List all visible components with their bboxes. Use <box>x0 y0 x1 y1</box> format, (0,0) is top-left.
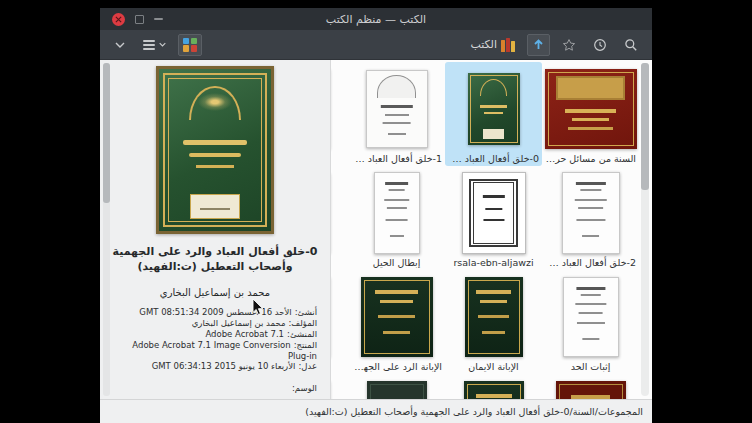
book-thumb-area <box>465 276 523 358</box>
preview-metadata: أنشئ:الأحد 16 أغسطس 2009 08:51:34 GMT ال… <box>113 307 317 394</box>
clock-icon <box>593 38 607 52</box>
cover-ornament <box>565 109 617 113</box>
cover-ornament <box>183 140 248 145</box>
cover-ornament <box>480 105 507 108</box>
view-mode-button[interactable] <box>138 34 171 56</box>
chevron-down-icon <box>159 42 166 47</box>
favorites-button[interactable] <box>557 34 581 56</box>
cover-ornament <box>385 182 409 185</box>
book-title-label: إبطال الحيل <box>371 256 423 268</box>
metadata-label: عدل: <box>298 361 317 371</box>
book-item[interactable] <box>331 62 348 166</box>
book-item[interactable] <box>331 270 348 374</box>
close-icon <box>115 16 122 23</box>
statusbar-path: المجموعات/السنة/0-خلق أفعال العباد والرد… <box>305 406 643 417</box>
book-thumb-area <box>562 172 620 254</box>
cover-ornament <box>483 219 504 221</box>
book-thumb-area <box>374 172 420 254</box>
cover-ornament <box>575 303 606 305</box>
book-title-label: 2-خلق أفعال العباد و… <box>543 256 638 268</box>
go-up-icon <box>532 38 545 51</box>
book-thumb-area <box>545 68 637 150</box>
go-up-button[interactable] <box>527 34 550 56</box>
book-thumb-area <box>462 172 526 254</box>
grid-scrollbar-thumb[interactable] <box>641 63 649 190</box>
cover-ornament <box>482 331 504 334</box>
recent-button[interactable] <box>588 34 612 56</box>
book-cover-thumbnail <box>374 172 420 254</box>
book-cover-preview <box>156 66 274 234</box>
book-item[interactable] <box>348 374 445 399</box>
star-icon <box>562 38 576 52</box>
preview-book-title: 0-خلق أفعال العباد والرد على الجهمية وأص… <box>108 244 322 275</box>
cover-ornament <box>582 338 599 340</box>
book-item[interactable]: إبطال الحيل <box>348 166 445 270</box>
titlebar[interactable]: الكتب — منظم الكتب <box>100 8 652 30</box>
cover-ornament <box>198 93 232 111</box>
book-title-label: 1-خلق أفعال العباد وا… <box>349 152 444 164</box>
book-item[interactable]: 0-خلق أفعال العباد وا… <box>445 62 542 166</box>
book-item[interactable]: الإبانة الايمان <box>445 270 542 374</box>
books-button-label: الكتب <box>470 38 497 51</box>
books-button[interactable]: الكتب <box>465 34 520 56</box>
cover-ornament <box>568 127 612 130</box>
content-area: 0-خلق أفعال العباد والرد على الجهمية وأص… <box>100 60 652 399</box>
book-cover-thumbnail <box>464 381 524 399</box>
cover-ornament <box>574 199 606 201</box>
metadata-label: الوسم: <box>292 383 317 393</box>
metadata-value: الأحد 16 أغسطس 2009 08:51:34 GMT <box>139 307 291 317</box>
book-thumb-area <box>366 68 428 150</box>
book-item[interactable] <box>445 374 542 399</box>
minimize-button[interactable] <box>154 18 163 20</box>
cover-ornament <box>189 153 241 157</box>
search-button[interactable] <box>619 34 643 56</box>
book-item[interactable]: الإبانة الرد على الجهمية 2 <box>348 270 445 374</box>
cover-ornament <box>476 394 512 398</box>
cover-ornament <box>484 112 504 114</box>
grid-scrollbar[interactable] <box>641 63 649 396</box>
book-cover-thumbnail <box>361 277 433 357</box>
cover-ornament <box>382 122 411 124</box>
cover-ornament <box>196 165 234 168</box>
cover-ornament <box>576 322 604 324</box>
window-controls <box>112 13 163 26</box>
book-item[interactable] <box>542 374 639 399</box>
book-item[interactable]: rsala-ebn-aljawzi <box>445 166 542 270</box>
cover-ornament <box>576 287 605 290</box>
list-view-icon <box>143 40 155 50</box>
cover-ornament <box>478 315 508 318</box>
cover-ornament <box>200 208 229 210</box>
cover-ornament <box>485 208 502 210</box>
cover-ornament <box>378 315 415 318</box>
preview-scrollbar[interactable] <box>103 63 110 396</box>
search-icon <box>624 38 638 52</box>
book-item[interactable] <box>331 166 348 270</box>
maximize-button[interactable] <box>135 15 144 24</box>
preview-scrollbar-thumb[interactable] <box>103 63 110 203</box>
book-title-label: الإبانة الرد على الجهمية 2 <box>349 360 444 372</box>
cover-ornament <box>383 331 410 334</box>
cover-ornament <box>483 129 505 138</box>
cover-ornament <box>580 294 601 296</box>
book-item[interactable]: السنة من مسائل حرب … <box>542 62 639 166</box>
grid-view-icon <box>183 38 197 52</box>
metadata-row: عدل:الأربعاء 10 يونيو 2015 06:34:13 GMT <box>113 361 317 372</box>
cover-ornament <box>375 290 418 294</box>
book-thumb-area <box>556 380 626 399</box>
books-grid: السنة من مسائل حرب … 0-خلق أفعال العباد … <box>331 62 639 399</box>
book-title-label: السنة من مسائل حرب … <box>543 152 638 164</box>
close-button[interactable] <box>112 13 125 26</box>
book-item[interactable]: إثبات الحد <box>542 270 639 374</box>
book-item[interactable] <box>331 374 348 399</box>
cover-ornament <box>377 75 417 98</box>
cover-ornament <box>389 235 403 237</box>
metadata-row: المؤلف:محمد بن إسماعيل البخاري <box>113 318 317 329</box>
book-title-label: إثبات الحد <box>569 360 613 372</box>
book-item[interactable]: 1-خلق أفعال العباد وا… <box>348 62 445 166</box>
metadata-value: الأربعاء 10 يونيو 2015 06:34:13 GMT <box>152 361 296 371</box>
cover-ornament <box>380 105 412 108</box>
collapse-panel-button[interactable] <box>109 34 131 56</box>
icon-view-button[interactable] <box>178 34 202 56</box>
book-cover-thumbnail <box>468 73 520 145</box>
book-item[interactable]: 2-خلق أفعال العباد و… <box>542 166 639 270</box>
